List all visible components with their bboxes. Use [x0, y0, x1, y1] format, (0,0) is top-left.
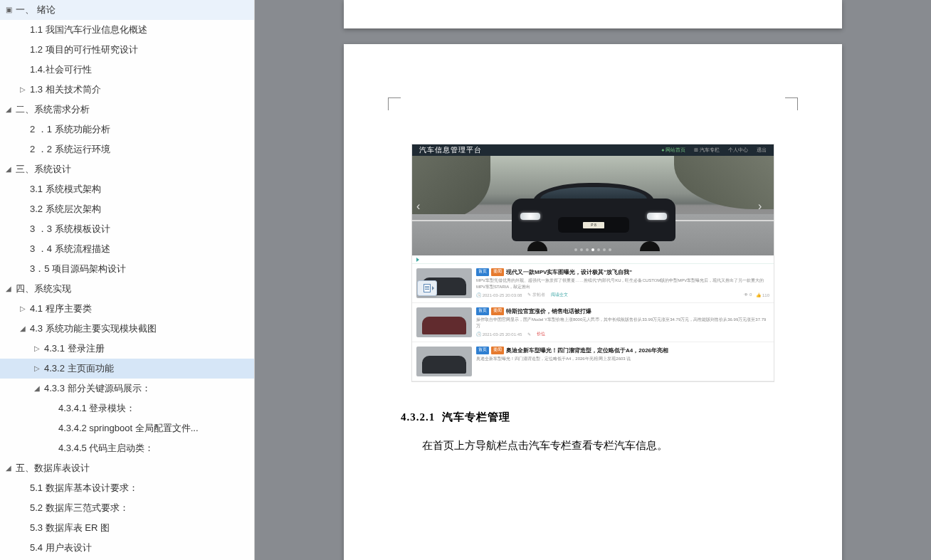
outline-item[interactable]: 5.2 数据库三范式要求：: [0, 498, 254, 518]
news-tag: 要闻: [491, 268, 504, 276]
outline-item[interactable]: ▷4.3.2 主页面功能: [0, 359, 254, 379]
outline-label: 4.3.4.5 代码主启动类：: [58, 443, 154, 454]
outline-label: 4.1 程序主要类: [30, 303, 92, 315]
expand-toggle-icon[interactable]: ◢: [4, 104, 13, 115]
news-item[interactable]: 首页要闻现代又一款MPV实车图曝光，设计极其"放飞自我"MPV车型凭借优秀的外观…: [412, 264, 774, 303]
outline-item[interactable]: 5.1 数据库基本设计要求：: [0, 478, 254, 498]
embedded-screenshot: 汽车信息管理平台 ♠ 网站首页⊞ 汽车专栏个人中心退出 P 8 ‹ ›: [411, 144, 774, 382]
outline-item[interactable]: ▷1.3 相关技术简介: [0, 80, 254, 100]
outline-label: 2 ．1 系统功能分析: [30, 124, 110, 135]
embed-nav-item[interactable]: ♠ 网站首页: [661, 147, 685, 154]
outline-label: 1.3 相关技术简介: [30, 84, 101, 95]
embed-hero-carousel: P 8 ‹ ›: [412, 156, 774, 255]
outline-item[interactable]: 4.3.4.5 代码主启动类：: [0, 438, 254, 458]
news-tag: 要闻: [491, 307, 504, 315]
section-heading: 4.3.2.1 汽车专栏管理: [401, 411, 785, 424]
outline-label: 五、数据库表设计: [16, 463, 90, 474]
outline-label: 4.3.4.2 springboot 全局配置文件...: [58, 423, 199, 434]
outline-label: 3.2 系统层次架构: [30, 204, 101, 215]
previous-page-edge: [344, 0, 842, 28]
outline-item[interactable]: 3.2 系统层次架构: [0, 199, 254, 219]
outline-label: 3 ．3 系统模板设计: [30, 223, 110, 235]
outline-label: 3.1 系统模式架构: [30, 184, 101, 195]
outline-label: 1.2 项目的可行性研究设计: [30, 44, 138, 56]
outline-item[interactable]: 5.4 用户表设计: [0, 538, 254, 558]
paste-options-button[interactable]: [417, 280, 437, 296]
embed-brand: 汽车信息管理平台: [419, 145, 482, 155]
outline-label: 4.3.4.1 登录模块：: [58, 403, 135, 414]
outline-label: 2 ．2 系统运行环境: [30, 144, 110, 155]
news-tag: 首页: [476, 307, 489, 315]
expand-toggle-icon[interactable]: ▣: [4, 4, 13, 16]
outline-label: 5.1 数据库基本设计要求：: [30, 482, 138, 494]
carousel-dots: [412, 246, 774, 253]
outline-item[interactable]: 3 ．4 系统流程描述: [0, 239, 254, 259]
news-tag: 首页: [476, 268, 489, 276]
outline-item[interactable]: 1.2 项目的可行性研究设计: [0, 40, 254, 60]
outline-label: 5.4 用户表设计: [30, 542, 92, 554]
news-item[interactable]: 首页要闻奥迪全新车型曝光！四门溜背造型，定位略低于A4，2026年亮相奥迪全新车…: [412, 342, 774, 381]
outline-item[interactable]: ▷4.3.1 登录注册: [0, 339, 254, 359]
outline-label: 4.3 系统功能主要实现模块截图: [30, 323, 157, 334]
expand-toggle-icon[interactable]: ◢: [33, 383, 41, 394]
outline-item[interactable]: 1.1 我国汽车行业信息化概述: [0, 20, 254, 40]
news-title: 现代又一款MPV实车图曝光，设计极其"放飞自我": [506, 268, 632, 276]
crop-mark-tr: [785, 97, 798, 110]
outline-label: 4.3.1 登录注册: [44, 343, 105, 354]
outline-item[interactable]: ▷4.1 程序主要类: [0, 299, 254, 319]
embed-nav-item[interactable]: 个人中心: [728, 147, 748, 154]
outline-panel[interactable]: ▣一、 绪论1.1 我国汽车行业信息化概述1.2 项目的可行性研究设计1.4.社…: [0, 0, 255, 560]
outline-item[interactable]: ◢三、系统设计: [0, 159, 254, 179]
outline-item[interactable]: 4.3.4.2 springboot 全局配置文件...: [0, 418, 254, 438]
embed-nav-item[interactable]: 退出: [757, 147, 767, 154]
carousel-prev-icon[interactable]: ‹: [416, 200, 428, 211]
outline-item[interactable]: 3.1 系统模式架构: [0, 179, 254, 199]
outline-item[interactable]: ◢五、数据库表设计: [0, 458, 254, 478]
outline-item[interactable]: ◢四、系统实现: [0, 279, 254, 299]
outline-item[interactable]: 4.3.4.1 登录模块：: [0, 398, 254, 418]
outline-label: 1.4.社会可行性: [30, 64, 92, 75]
outline-item[interactable]: ◢4.3 系统功能主要实现模块截图: [0, 319, 254, 339]
carousel-next-icon[interactable]: ›: [758, 200, 769, 211]
expand-toggle-icon[interactable]: ◢: [19, 323, 27, 334]
news-item[interactable]: 首页要闻特斯拉官宣涨价，销售电话被打爆操作取自中国官网显示，国产Model Y车…: [412, 303, 774, 342]
news-desc: MPV车型凭借优秀的外观、超强代一族发挥了很重要……推续代"内部代号KU，旺生必…: [476, 278, 769, 290]
document-icon: [424, 284, 431, 292]
outline-item[interactable]: 2 ．2 系统运行环境: [0, 139, 254, 159]
hero-car-image: P 8: [512, 183, 675, 251]
outline-item[interactable]: ◢4.3.3 部分关键源码展示：: [0, 379, 254, 398]
expand-toggle-icon[interactable]: ▷: [33, 363, 41, 374]
expand-toggle-icon[interactable]: ▷: [33, 343, 41, 354]
expand-toggle-icon[interactable]: ▷: [19, 303, 27, 315]
news-desc: 奥迪全新车型曝光！四门溜背造型，定位略低于A4，2026年亮相 网上发现2603…: [476, 356, 769, 362]
news-tag: 要闻: [491, 347, 504, 354]
outline-label: 3 ．4 系统流程描述: [30, 243, 110, 255]
news-tag: 首页: [476, 347, 489, 354]
embed-toolbar: [412, 255, 774, 264]
news-title: 奥迪全新车型曝光！四门溜背造型，定位略低于A4，2026年亮相: [506, 347, 668, 354]
outline-item[interactable]: 5.3 数据库表 ER 图: [0, 518, 254, 538]
outline-item[interactable]: ◢二、系统需求分析: [0, 100, 254, 120]
news-title: 特斯拉官宣涨价，销售电话被打爆: [506, 307, 591, 315]
document-area[interactable]: 汽车信息管理平台 ♠ 网站首页⊞ 汽车专栏个人中心退出 P 8 ‹ ›: [255, 0, 931, 560]
outline-item[interactable]: ▣一、 绪论: [0, 0, 254, 20]
news-thumbnail: [416, 307, 472, 337]
outline-item[interactable]: 1.4.社会可行性: [0, 60, 254, 80]
expand-toggle-icon[interactable]: ◢: [4, 463, 13, 474]
outline-item[interactable]: 3．5 项目源码架构设计: [0, 259, 254, 279]
news-meta: 🕓 2021-03-25 20:03:08✎ 发帖者阅读全文👁 0👍 110: [476, 292, 769, 298]
expand-toggle-icon[interactable]: ◢: [4, 164, 13, 175]
outline-item[interactable]: 3 ．3 系统模板设计: [0, 219, 254, 239]
outline-label: 5.2 数据库三范式要求：: [30, 502, 129, 514]
outline-item[interactable]: 2 ．1 系统功能分析: [0, 120, 254, 139]
expand-toggle-icon[interactable]: ◢: [4, 283, 13, 295]
embed-navbar: 汽车信息管理平台 ♠ 网站首页⊞ 汽车专栏个人中心退出: [412, 144, 774, 156]
expand-toggle-icon[interactable]: ▷: [19, 84, 27, 95]
outline-label: 三、系统设计: [16, 164, 71, 175]
outline-label: 4.3.3 部分关键源码展示：: [44, 383, 151, 394]
embed-nav-item[interactable]: ⊞ 汽车专栏: [694, 147, 720, 154]
news-thumbnail: [416, 347, 472, 376]
body-paragraph: 在首页上方导航栏点击汽车专栏查看专栏汽车信息。: [401, 437, 785, 454]
outline-label: 3．5 项目源码架构设计: [30, 263, 126, 275]
news-desc: 操作取自中国官网显示，国产Model Y车型价格上涨8000元人民币，其中长续航…: [476, 317, 769, 329]
